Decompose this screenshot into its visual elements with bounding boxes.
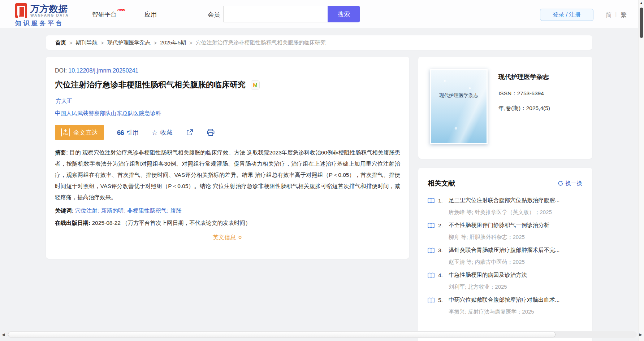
journal-cover-title: 现代护理医学杂志 xyxy=(439,92,478,99)
related-item-number: 2. xyxy=(438,222,449,229)
lang-simplified-toggle[interactable]: 简 xyxy=(606,11,612,19)
wanfang-logo[interactable]: 万方数据 WANFANG DATA 知识服务平台 xyxy=(15,3,69,27)
quote-icon: 66 xyxy=(117,129,124,136)
abstract-text: 目的 观察穴位注射治疗急诊非梗阻性肠积气相关腹胀的临床疗效。方法 选取我院202… xyxy=(55,149,400,200)
related-item: 4. 牛急性肠梗阻的病因及诊治方法 刘利军; 北方牧业；2025 xyxy=(428,271,582,290)
metrics-badge-icon[interactable]: M xyxy=(251,80,260,89)
refresh-related-button[interactable]: 换一换 xyxy=(558,180,583,187)
keyword-separator: ; xyxy=(124,207,125,214)
vertical-scrollbar-thumb[interactable] xyxy=(640,8,643,38)
related-item-title[interactable]: 牛急性肠梗阻的病因及诊治方法 xyxy=(449,271,527,279)
breadcrumb-current-article: 穴位注射治疗急诊非梗阻性肠积气相关腹胀的临床研究 xyxy=(196,39,326,46)
breadcrumb-home[interactable]: 首页 xyxy=(55,39,66,46)
volume-value: 2025,4(5) xyxy=(526,105,550,111)
horizontal-scrollbar[interactable]: ◀ ▶ xyxy=(0,330,644,339)
breadcrumb-separator: > xyxy=(154,40,157,46)
scroll-right-arrow-icon[interactable]: ▶ xyxy=(639,332,642,337)
wanfang-article-page: 万方数据 WANFANG DATA 知识服务平台 智研平台new 应用 会员 搜… xyxy=(0,0,644,341)
free-download-icon: free xyxy=(61,128,70,136)
online-pubdate-row: 在线出版日期: 2025-08-22 （万方平台首次上网日期，不代表论文的发表时… xyxy=(55,219,400,227)
new-badge: new xyxy=(117,8,125,12)
breadcrumb-journal[interactable]: 现代护理医学杂志 xyxy=(107,39,151,46)
print-icon xyxy=(207,128,215,136)
abstract-label: 摘要: xyxy=(55,149,68,156)
affiliation-link[interactable]: 中国人民武装警察部队山东总队医院急诊科 xyxy=(55,110,161,116)
keyword-separator: ; xyxy=(98,207,99,214)
volume-label: 年,卷(期)： xyxy=(498,105,526,111)
print-button[interactable] xyxy=(207,128,215,136)
issn-value: 2753-6394 xyxy=(517,90,544,96)
breadcrumb-journal-nav[interactable]: 期刊导航 xyxy=(76,39,98,46)
search-button[interactable]: 搜索 xyxy=(328,6,360,22)
related-item-title[interactable]: 不全性肠梗阻伴门静脉积气一例诊治分析 xyxy=(449,222,549,229)
related-item-meta: 李振兴; 反射疗法与康复医学；2025 xyxy=(449,309,582,315)
article-actions: free 全文直达 66 引用 ☆ 收藏 xyxy=(55,125,400,140)
refresh-icon xyxy=(558,180,563,186)
scroll-left-arrow-icon[interactable]: ◀ xyxy=(2,332,5,337)
keyword-separator: ; xyxy=(167,207,168,214)
keyword-link[interactable]: 腹胀 xyxy=(170,207,181,214)
journal-volume-row: 年,卷(期)：2025,4(5) xyxy=(498,105,550,112)
related-header: 相关文献 换一换 xyxy=(428,179,582,188)
related-item-title[interactable]: 足三里穴位注射联合腹部穴位贴敷治疗腹腔... xyxy=(449,197,559,204)
cite-button[interactable]: 66 引用 xyxy=(117,128,139,137)
article-detail-card: DOI: 10.12208/j.jmnm.20250241 穴位注射治疗急诊非梗… xyxy=(46,57,409,259)
nav-item-member[interactable]: 会员 xyxy=(208,10,220,19)
journal-info-card: 现代护理医学杂志 现代护理医学杂志 ISSN：2753-6394 年,卷(期)：… xyxy=(418,57,592,159)
related-item-number: 3. xyxy=(438,247,449,254)
related-item-meta: 柳舟 等; 肝胆胰外科杂志；2025 xyxy=(449,234,582,241)
book-icon xyxy=(428,297,435,303)
book-icon xyxy=(428,272,435,278)
favorite-button[interactable]: ☆ 收藏 xyxy=(152,128,173,137)
related-item-title[interactable]: 温针灸联合胃肠减压治疗腹部肿瘤术后不完... xyxy=(449,246,559,254)
related-item: 5. 中药穴位贴敷联合腹部按摩治疗对脑出血术... 李振兴; 反射疗法与康复医学… xyxy=(428,296,582,315)
related-item-title[interactable]: 中药穴位贴敷联合腹部按摩治疗对脑出血术... xyxy=(449,296,559,304)
keyword-link[interactable]: 穴位注射 xyxy=(75,207,98,214)
journal-issn-row: ISSN：2753-6394 xyxy=(498,90,550,97)
keyword-link[interactable]: 新斯的明 xyxy=(101,207,124,214)
share-icon xyxy=(186,128,194,136)
abstract: 摘要: 目的 观察穴位注射治疗急诊非梗阻性肠积气相关腹胀的临床疗效。方法 选取我… xyxy=(55,147,400,203)
related-item-meta: 唐焕峰 等; 针灸推拿医学（英文版）；2025 xyxy=(449,209,582,216)
nav-item-zhiyan-platform[interactable]: 智研平台new xyxy=(92,10,124,19)
related-item-number: 5. xyxy=(438,297,449,303)
breadcrumb-separator: > xyxy=(189,40,193,46)
related-item: 2. 不全性肠梗阻伴门静脉积气一例诊治分析 柳舟 等; 肝胆胰外科杂志；2025 xyxy=(428,222,582,241)
journal-name-link[interactable]: 现代护理医学杂志 xyxy=(498,73,550,81)
author-link[interactable]: 方大正 xyxy=(56,98,73,104)
pubdate-label: 在线出版日期: xyxy=(55,220,90,226)
article-title: 穴位注射治疗急诊非梗阻性肠积气相关腹胀的临床研究 xyxy=(55,80,246,89)
nav-item-apps[interactable]: 应用 xyxy=(144,10,157,19)
related-item-meta: 赵玉清 等; 内蒙古中医药；2025 xyxy=(449,259,582,266)
logo-top: 万方数据 WANFANG DATA xyxy=(15,3,69,18)
lang-traditional-toggle[interactable]: 繁 xyxy=(621,11,627,19)
brand-tagline: 知识服务平台 xyxy=(15,19,69,27)
doi-link[interactable]: 10.12208/j.jmnm.20250241 xyxy=(68,67,138,74)
pubdate-note: （万方平台首次上网日期，不代表论文的发表时间） xyxy=(122,220,251,226)
horizontal-scrollbar-thumb[interactable] xyxy=(8,332,556,337)
keyword-link[interactable]: 非梗阻性肠积气 xyxy=(127,207,167,214)
scroll-up-arrow-icon[interactable]: ▲ xyxy=(640,1,643,5)
book-icon xyxy=(428,198,435,204)
journal-cover[interactable]: 现代护理医学杂志 xyxy=(430,69,488,144)
vertical-scrollbar[interactable]: ▲ xyxy=(638,0,644,341)
search-input[interactable] xyxy=(223,6,328,22)
title-row: 穴位注射治疗急诊非梗阻性肠积气相关腹胀的临床研究 M xyxy=(55,80,400,89)
fulltext-button[interactable]: free 全文直达 xyxy=(55,125,104,140)
breadcrumb-separator: > xyxy=(101,40,104,46)
login-register-button[interactable]: 登录 / 注册 xyxy=(540,9,593,21)
double-chevron-down-icon xyxy=(238,235,242,240)
breadcrumb-issue[interactable]: 2025年5期 xyxy=(160,39,186,46)
issn-label: ISSN： xyxy=(498,90,517,96)
logo-text: 万方数据 WANFANG DATA xyxy=(30,4,69,17)
keywords-label: 关键词: xyxy=(55,207,74,214)
english-info-toggle[interactable]: 英文信息 xyxy=(55,234,400,241)
brand-name-en: WANFANG DATA xyxy=(30,13,69,17)
related-item-number: 1. xyxy=(438,197,449,204)
doi-label: DOI: xyxy=(55,67,67,74)
affiliation-row: 中国人民武装警察部队山东总队医院急诊科 xyxy=(55,110,400,117)
share-button[interactable] xyxy=(186,128,194,136)
related-title: 相关文献 xyxy=(428,179,455,188)
star-icon: ☆ xyxy=(152,129,158,136)
related-articles-card: 相关文献 换一换 1. 足三里穴位注射联合腹部穴位贴敷治疗腹腔... 唐焕峰 等… xyxy=(418,168,592,341)
